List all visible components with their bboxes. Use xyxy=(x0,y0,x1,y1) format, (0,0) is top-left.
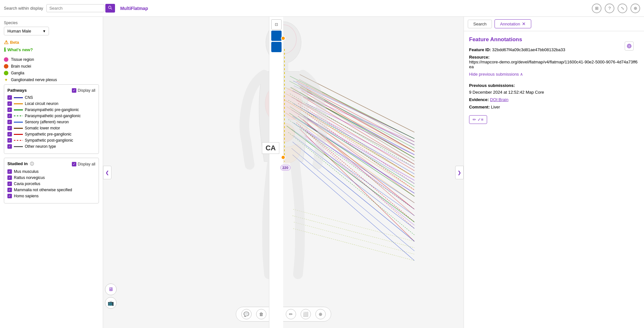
species-dropdown[interactable]: Human Male ▾ xyxy=(4,27,49,35)
search-tab[interactable]: Search xyxy=(468,20,492,28)
svg-line-5 xyxy=(301,90,414,158)
para-pre-line xyxy=(14,109,23,110)
svg-point-67 xyxy=(628,45,630,47)
svg-line-9 xyxy=(300,107,414,183)
main-layout: Species Human Male ▾ ⚠ Beta ℹ What's new… xyxy=(0,17,644,328)
evidence-label: Evidence: xyxy=(469,97,489,102)
mus-musculus-checkbox[interactable] xyxy=(7,169,12,174)
para-pre-checkbox[interactable] xyxy=(7,108,12,112)
copy-icon xyxy=(627,43,632,49)
left-sidebar: Species Human Male ▾ ⚠ Beta ℹ What's new… xyxy=(0,17,103,328)
strip-btn-1[interactable]: ⊡ xyxy=(271,19,282,30)
whats-new[interactable]: ℹ What's new? xyxy=(4,47,99,53)
marker-mid xyxy=(281,155,285,160)
feature-id-field: Feature ID: 32bdd67f4a09c3d81ae47bb08132… xyxy=(469,47,639,52)
link-icon-btn[interactable]: ⊛ xyxy=(630,4,640,13)
somatic-label: Somatic lower motor xyxy=(25,126,60,130)
beta-label: Beta xyxy=(10,40,19,45)
local-circuit-checkbox[interactable] xyxy=(7,101,12,106)
svg-line-1 xyxy=(111,8,112,10)
annotation-tab[interactable]: Annotation ✕ xyxy=(495,19,531,28)
collapse-left-button[interactable]: ❮ xyxy=(103,166,111,179)
search-within-button[interactable] xyxy=(105,4,115,13)
symp-post-checkbox[interactable] xyxy=(7,138,12,143)
evidence-link[interactable]: DOI:Brain xyxy=(490,97,508,102)
collapse-right-button[interactable]: ❯ xyxy=(455,166,464,179)
svg-line-55 xyxy=(305,136,415,225)
pathways-display-all-checkbox[interactable] xyxy=(72,88,76,93)
cavia-checkbox[interactable] xyxy=(7,182,12,186)
pathways-section: Pathways Display all CNS Local circuit n… xyxy=(4,84,99,154)
sensory-checkbox[interactable] xyxy=(7,120,12,124)
svg-line-8 xyxy=(298,103,414,177)
studied-in-display-all-checkbox[interactable] xyxy=(72,162,76,166)
svg-line-35 xyxy=(290,107,415,187)
studied-in-display-all[interactable]: Display all xyxy=(72,162,95,166)
para-post-checkbox[interactable] xyxy=(7,114,12,118)
pathways-display-all[interactable]: Display all xyxy=(72,88,95,93)
rattus-checkbox[interactable] xyxy=(7,175,12,180)
hide-previous-submissions-link[interactable]: Hide previous submissions ∧ xyxy=(469,72,523,77)
homo-sapiens-checkbox[interactable] xyxy=(7,194,12,198)
pathway-local-circuit: Local circuit neuron xyxy=(7,101,95,106)
resource-url: https://mapcore-demo.org/devel/flatmap/v… xyxy=(469,60,638,69)
help-icon-btn[interactable]: ? xyxy=(605,4,614,13)
search-icon xyxy=(108,5,112,10)
svg-line-25 xyxy=(292,129,414,216)
annotation-tab-close[interactable]: ✕ xyxy=(522,21,526,26)
copy-toolbar-button[interactable]: ⊕ xyxy=(315,309,326,319)
square-toolbar-button[interactable]: ⬜ xyxy=(301,309,311,319)
cns-checkbox[interactable] xyxy=(7,95,12,100)
svg-line-32 xyxy=(291,87,415,158)
search-within-input[interactable] xyxy=(46,4,104,12)
pathway-para-pre: Parasympathetic pre-ganglionic xyxy=(7,108,95,112)
screen-icon-btn[interactable]: ⊞ xyxy=(592,4,601,13)
comment-field: Comment: Liver xyxy=(469,105,639,109)
svg-line-41 xyxy=(299,79,414,142)
svg-line-39 xyxy=(288,132,415,235)
svg-line-18 xyxy=(294,86,414,145)
resource-label: Resource: xyxy=(469,55,490,60)
checkmark-icon: ✓≡ xyxy=(477,117,484,122)
marker-head xyxy=(281,36,285,41)
brain-nuclei-label: Brain nuclei xyxy=(11,64,31,69)
svg-line-53 xyxy=(305,123,415,193)
studied-in-header: Studied in ⓘ Display all xyxy=(7,161,95,167)
svg-line-12 xyxy=(298,116,414,209)
right-panel-content: Feature Annotations Feature ID: 32bdd67f… xyxy=(464,31,644,328)
annotation-edit-button[interactable]: ✏ ✓≡ xyxy=(469,115,487,124)
map-screen-btn[interactable]: 🖥 xyxy=(105,284,117,295)
pathway-para-post: Parasympathetic post-ganglionic xyxy=(7,114,95,118)
expand-icon-btn[interactable]: ⤡ xyxy=(618,4,627,13)
brand-label: MultiFlatmap xyxy=(120,6,148,11)
chat-toolbar-button[interactable]: 💬 xyxy=(241,309,252,319)
symp-pre-line xyxy=(14,134,23,135)
studied-mus-musculus: Mus musculus xyxy=(7,169,95,174)
svg-line-47 xyxy=(287,107,415,190)
legend-ganglia: Ganglia xyxy=(4,71,99,75)
ganglia-label: Ganglia xyxy=(11,71,24,75)
svg-line-50 xyxy=(306,103,415,155)
sensory-label: Sensory (afferent) neuron xyxy=(25,120,69,124)
other-checkbox[interactable] xyxy=(7,144,12,149)
map-area[interactable]: 220 ❮ ❯ 💬 🗑 📍 ✏ ⬜ ⊕ 🖥 📺 ⊡ xyxy=(103,17,464,328)
ca-badge: CA xyxy=(262,142,279,154)
svg-line-30 xyxy=(290,76,415,138)
somatic-checkbox[interactable] xyxy=(7,126,12,130)
edit-toolbar-button[interactable]: ✏ xyxy=(286,309,296,319)
legend-brain-nuclei: Brain nuclei xyxy=(4,64,99,69)
tissue-region-dot xyxy=(4,57,8,62)
strip-btn-2[interactable] xyxy=(271,31,282,41)
symp-pre-checkbox[interactable] xyxy=(7,132,12,136)
legend-nerve-plexus: ✦ Ganglionated nerve plexus xyxy=(4,78,99,82)
copy-annotation-button[interactable] xyxy=(625,42,634,51)
studied-homo-sapiens: Homo sapiens xyxy=(7,194,95,198)
strip-btn-3[interactable] xyxy=(271,42,282,52)
map-monitor-btn[interactable]: 📺 xyxy=(105,297,117,309)
mammalia-checkbox[interactable] xyxy=(7,188,12,192)
trash-toolbar-button[interactable]: 🗑 xyxy=(256,309,266,319)
svg-line-29 xyxy=(293,155,414,261)
svg-line-17 xyxy=(293,81,414,138)
homo-sapiens-label: Homo sapiens xyxy=(14,194,39,198)
annotations-title: Feature Annotations xyxy=(469,36,639,43)
